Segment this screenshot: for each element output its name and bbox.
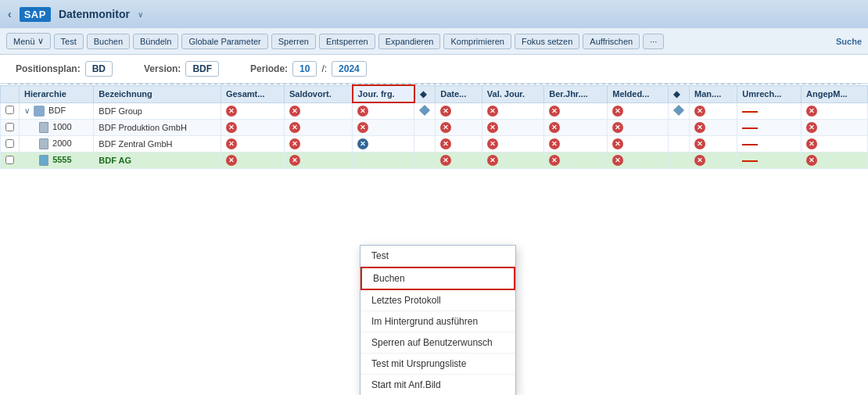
folder-icon [34,106,45,117]
x-icon: ✕ [487,106,498,117]
context-menu-item-test[interactable]: Test [360,246,515,267]
x-icon: ✕ [694,122,705,133]
col-jour-frg[interactable]: Jour. frg. [353,85,414,102]
buchen-button[interactable]: Buchen [87,34,130,49]
auffrischen-button[interactable]: Auffrischen [583,34,640,49]
data-table: Hierarchie Bezeichnung Gesamt... Saldovo… [0,84,868,169]
title-dropdown-arrow[interactable]: ∨ [138,10,143,19]
row-checkbox[interactable] [1,102,20,120]
x-icon: ✕ [226,106,237,117]
test-button[interactable]: Test [54,34,84,49]
col-date[interactable]: Date... [436,85,482,102]
row-umrech [737,136,802,153]
version-filter: Version: BDF [144,61,219,77]
periode-year[interactable]: 2024 [332,61,367,77]
row-hierarchie[interactable]: 2000 [20,136,94,153]
toolbar: Menü ∨ Test Buchen Bündeln Globale Param… [0,28,868,55]
row-diamond2 [669,102,690,120]
periode-value[interactable]: 10 [292,61,317,77]
row-melded: ✕ [608,120,669,136]
dash-icon [742,111,758,113]
doc-icon [39,155,48,166]
x-icon: ✕ [612,106,623,117]
row-checkbox[interactable] [1,120,20,136]
globale-parameter-button[interactable]: Globale Parameter [181,34,267,49]
row-date: ✕ [436,120,482,136]
sperren-button[interactable]: Sperren [271,34,316,49]
col-ber-jhr[interactable]: Ber.Jhr.... [544,85,608,102]
row-melded: ✕ [608,136,669,153]
col-man[interactable]: Man.... [690,85,737,102]
table-container: Hierarchie Bezeichnung Gesamt... Saldovo… [0,84,868,395]
col-umrech[interactable]: Umrech... [737,85,802,102]
col-bezeichnung[interactable]: Bezeichnung [94,85,221,102]
x-icon: ✕ [549,155,560,166]
more-button[interactable]: ··· [643,34,664,49]
col-angepM[interactable]: AngepM... [802,85,868,102]
col-val-jour[interactable]: Val. Jour. [482,85,543,102]
diamond-icon [673,105,684,116]
row-hierarchie[interactable]: 5555 [20,153,94,169]
context-menu-item-letztes-protokoll[interactable]: Letztes Protokoll [360,290,515,311]
buendeln-button[interactable]: Bündeln [133,34,178,49]
row-bezeichnung: BDF Produktion GmbH [94,120,221,136]
periode-label: Periode: [250,63,288,74]
x-icon: ✕ [549,138,560,149]
x-icon: ✕ [806,106,817,117]
x-icon: ✕ [612,122,623,133]
row-val-jour: ✕ [482,153,543,169]
expandieren-button[interactable]: Expandieren [378,34,441,49]
row-melded: ✕ [608,102,669,120]
x-icon: ✕ [806,138,817,149]
dash-icon [742,160,758,162]
x-blue-icon: ✕ [357,138,368,149]
table-row: 1000 BDF Produktion GmbH ✕ ✕ ✕ ✕ ✕ ✕ ✕ ✕… [1,120,868,136]
version-value[interactable]: BDF [185,61,219,77]
row-diamond2 [669,153,690,169]
row-ber-jhr: ✕ [544,153,608,169]
row-man: ✕ [690,120,737,136]
row-gesamt: ✕ [221,136,284,153]
col-hierarchie[interactable]: Hierarchie [20,85,94,102]
col-saldovort[interactable]: Saldovort. [284,85,352,102]
context-menu-item-buchen[interactable]: Buchen [360,267,515,290]
komprimieren-button[interactable]: Komprimieren [443,34,511,49]
back-button[interactable]: ‹ [8,8,12,20]
expand-arrow[interactable]: ∨ [24,106,30,115]
row-checkbox[interactable] [1,136,20,153]
context-menu-item-start-anf-bild[interactable]: Start mit Anf.Bild [360,375,515,395]
row-val-jour: ✕ [482,102,543,120]
row-melded: ✕ [608,153,669,169]
x-icon: ✕ [694,106,705,117]
row-date: ✕ [436,102,482,120]
row-saldovort: ✕ [284,153,352,169]
row-hierarchie[interactable]: 1000 [20,120,94,136]
x-icon: ✕ [289,122,300,133]
row-checkbox[interactable] [1,153,20,169]
col-diamond1: ◆ [414,85,436,102]
entsperren-button[interactable]: Entsperren [319,34,375,49]
row-date: ✕ [436,153,482,169]
row-ber-jhr: ✕ [544,102,608,120]
positionsplan-value[interactable]: BD [85,61,113,77]
x-icon: ✕ [289,106,300,117]
fokus-setzen-button[interactable]: Fokus setzen [515,34,579,49]
row-jour-frg [353,153,414,169]
row-angepM: ✕ [802,136,868,153]
col-gesamt[interactable]: Gesamt... [221,85,284,102]
context-menu: Test Buchen Letztes Protokoll Im Hinterg… [360,245,516,395]
row-man: ✕ [690,136,737,153]
context-menu-item-test-ursprungsliste[interactable]: Test mit Ursprungsliste [360,354,515,375]
row-bezeichnung: BDF Group [94,102,221,120]
x-icon: ✕ [226,155,237,166]
filterbar: Positionsplan: BD Version: BDF Periode: … [0,55,868,84]
row-diamond2 [669,136,690,153]
context-menu-item-im-hintergrund[interactable]: Im Hintergrund ausführen [360,311,515,332]
row-hierarchie[interactable]: ∨ BDF [20,102,94,120]
x-icon: ✕ [357,122,368,133]
row-val-jour: ✕ [482,136,543,153]
row-val-jour: ✕ [482,120,543,136]
menu-button[interactable]: Menü ∨ [6,33,51,49]
col-melded[interactable]: Melded... [608,85,669,102]
context-menu-item-sperren-benutzerwunsch[interactable]: Sperren auf Benutzerwunsch [360,332,515,354]
